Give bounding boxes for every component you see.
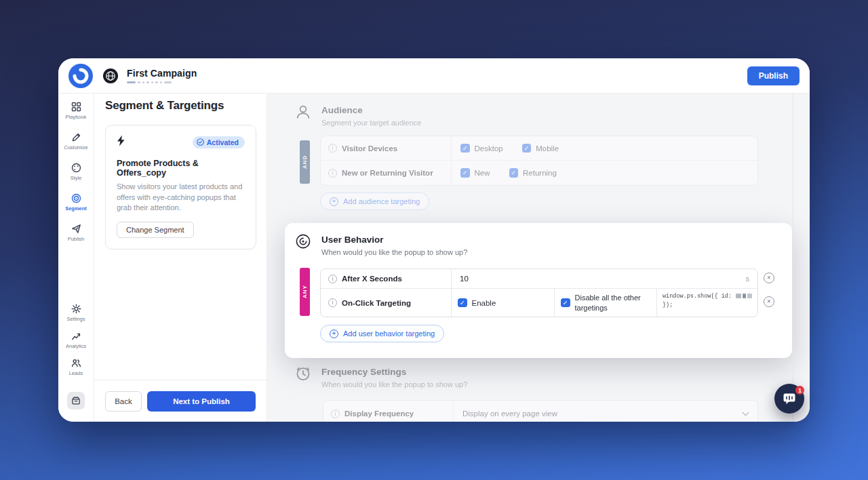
check-circle-icon xyxy=(197,138,204,146)
target-icon xyxy=(71,193,81,203)
chat-bubble-icon xyxy=(783,392,796,405)
panel-divider xyxy=(94,380,267,380)
campaign-title-block: First Campaign xyxy=(127,68,197,83)
send-icon xyxy=(71,224,81,234)
next-to-publish-button[interactable]: Next to Publish xyxy=(147,391,256,412)
campaign-title: First Campaign xyxy=(127,68,197,79)
gear-icon xyxy=(71,304,81,314)
globe-icon[interactable] xyxy=(103,68,118,83)
people-icon xyxy=(71,358,81,368)
frequency-section: Frequency Settings When would you like t… xyxy=(267,94,810,422)
sidebar-item-segment[interactable]: Segment xyxy=(58,192,94,222)
panel-title: Segment & Targetings xyxy=(105,99,224,113)
display-frequency-select[interactable]: Display on every page view xyxy=(454,401,757,422)
badge-label: Activated xyxy=(207,138,239,146)
sidebar-item-label: Publish xyxy=(68,236,85,242)
section-subtitle: When would you like the popup to show up… xyxy=(321,380,467,388)
sidebar-item-label: Style xyxy=(71,175,82,181)
sidebar-item-label: Settings xyxy=(66,316,85,322)
unread-count-badge: 1 xyxy=(795,386,804,395)
window-body: Playbook Customize Style Segment Publish xyxy=(58,94,810,422)
chevron-down-icon xyxy=(743,409,749,416)
pencil-icon xyxy=(71,132,81,142)
sidebar-item-label: Segment xyxy=(65,205,87,212)
sidebar-item-label: Customize xyxy=(64,144,87,151)
display-frequency-row: Display Frequency Display on every page … xyxy=(323,401,757,422)
lightning-icon xyxy=(117,135,125,149)
sidebar-item-label: Analytics xyxy=(66,343,86,349)
segment-card: Activated Promote Products & Offers_copy… xyxy=(105,125,256,249)
selected-option: Display on every page view xyxy=(462,409,557,418)
back-button[interactable]: Back xyxy=(105,391,142,412)
archive-button[interactable] xyxy=(67,392,85,409)
sidebar-item-style[interactable]: Style xyxy=(58,161,94,192)
topbar: First Campaign Publish xyxy=(58,58,810,94)
chat-launcher-button[interactable]: 1 xyxy=(774,384,804,414)
sidebar-item-playbook[interactable]: Playbook xyxy=(58,100,94,131)
sidebar-item-label: Leads xyxy=(69,370,83,376)
sidebar-item-label: Playbook xyxy=(66,114,87,120)
publish-button[interactable]: Publish xyxy=(747,66,800,85)
change-segment-button[interactable]: Change Segment xyxy=(117,222,194,238)
row-label: Display Frequency xyxy=(344,409,414,418)
campaign-progress-dots xyxy=(127,81,197,83)
chart-icon xyxy=(71,331,81,341)
desktop-background: First Campaign Publish Playbook Customiz… xyxy=(0,0,868,480)
archive-icon xyxy=(71,396,81,405)
icon-rail: Playbook Customize Style Segment Publish xyxy=(58,94,94,422)
frequency-clock-icon xyxy=(294,365,312,385)
activated-badge: Activated xyxy=(193,136,245,148)
frequency-table: Display Frequency Display on every page … xyxy=(323,400,758,422)
scrollbar-track[interactable] xyxy=(793,94,793,422)
segment-panel: Segment & Targetings Activated Promote P… xyxy=(94,94,267,422)
targeting-content: Audience Segment your target audience AN… xyxy=(267,94,810,422)
panel-actions: Back Next to Publish xyxy=(105,391,256,412)
sidebar-item-leads[interactable]: Leads xyxy=(58,357,94,384)
app-window: First Campaign Publish Playbook Customiz… xyxy=(58,58,810,422)
info-icon[interactable] xyxy=(331,409,340,418)
palette-icon xyxy=(71,163,81,173)
segment-card-description: Show visitors your latest products and o… xyxy=(117,182,245,214)
sidebar-item-settings[interactable]: Settings xyxy=(58,302,94,329)
sidebar-item-analytics[interactable]: Analytics xyxy=(58,329,94,357)
sidebar-item-publish[interactable]: Publish xyxy=(58,222,94,253)
section-title: Frequency Settings xyxy=(321,367,406,377)
grid-icon xyxy=(71,102,81,112)
sidebar-item-customize[interactable]: Customize xyxy=(58,131,94,161)
segment-card-title: Promote Products & Offers_copy xyxy=(117,159,245,178)
app-logo-icon xyxy=(68,64,93,88)
